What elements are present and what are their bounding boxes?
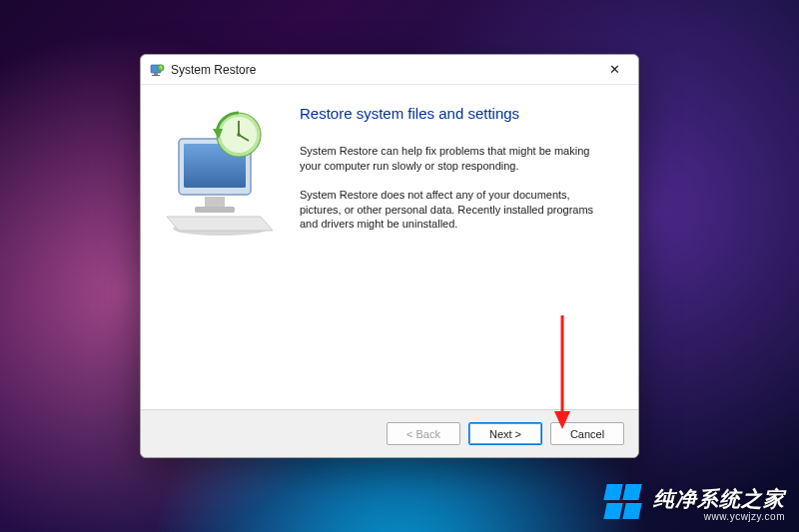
svg-rect-1 (154, 73, 158, 75)
svg-rect-8 (205, 197, 225, 207)
watermark: 纯净系统之家 www.ycwjzy.com (605, 484, 785, 522)
watermark-brand: 纯净系统之家 (653, 485, 785, 513)
dialog-footer: < Back Next > Cancel (141, 409, 638, 457)
next-button[interactable]: Next > (468, 422, 542, 445)
description-paragraph-1: System Restore can help fix problems tha… (300, 144, 599, 174)
svg-rect-9 (195, 207, 235, 213)
svg-point-14 (237, 133, 241, 137)
wizard-graphic (141, 85, 296, 409)
system-restore-dialog: System Restore ✕ (140, 54, 639, 458)
dialog-content: Restore system files and settings System… (141, 85, 638, 409)
dialog-title: System Restore (171, 63, 596, 77)
system-restore-icon (149, 62, 165, 78)
svg-rect-2 (152, 75, 160, 76)
description-paragraph-2: System Restore does not affect any of yo… (300, 188, 599, 233)
back-button: < Back (387, 422, 460, 445)
close-button[interactable]: ✕ (596, 59, 632, 81)
page-heading: Restore system files and settings (300, 105, 616, 122)
watermark-domain: www.ycwjzy.com (704, 511, 785, 522)
cancel-button[interactable]: Cancel (550, 422, 624, 445)
watermark-logo-icon (605, 484, 643, 522)
titlebar: System Restore ✕ (141, 55, 638, 85)
desktop-background: System Restore ✕ (0, 0, 799, 532)
wizard-main: Restore system files and settings System… (296, 85, 638, 409)
